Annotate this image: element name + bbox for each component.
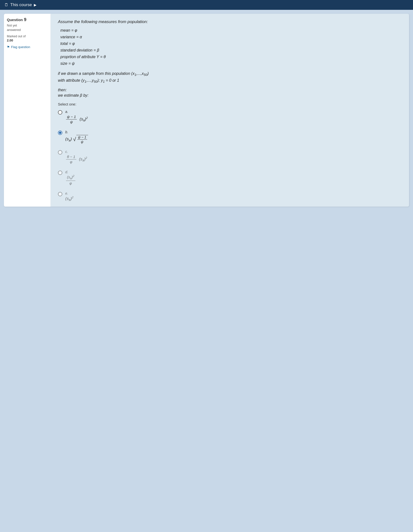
option-a-letter: a.: [65, 110, 88, 114]
marked-out-of-label: Marked out of: [7, 35, 48, 38]
option-b-letter: b.: [65, 130, 88, 134]
sample-line-1: if we drawn a sample from this populatio…: [58, 70, 402, 78]
variable-list: mean = φ variance = α total = φ standard…: [60, 27, 402, 67]
estimate-label: we estimate β by:: [58, 93, 402, 98]
option-c[interactable]: c. θ − 1 φ (sx)2: [58, 150, 402, 164]
option-e-formula: (sx)2: [65, 196, 73, 202]
question-intro: Assume the following measures from popul…: [58, 19, 402, 25]
option-c-content: c. θ − 1 φ (sx)2: [65, 150, 87, 164]
radio-d[interactable]: [58, 171, 62, 175]
var-mean: mean = φ: [60, 27, 402, 34]
page-icon: 🗒: [4, 3, 8, 7]
option-d[interactable]: d. (sx)2 φ: [58, 170, 402, 186]
var-size: size = ψ: [60, 60, 402, 67]
nav-chevron-icon: ▶: [34, 3, 37, 7]
flag-question-button[interactable]: ⚑ Flag question: [7, 45, 48, 49]
var-total: total = φ: [60, 40, 402, 47]
option-a-formula: ψ − 1 ψ (sx)2: [65, 115, 88, 124]
radio-e[interactable]: [58, 192, 62, 196]
option-e-content: e. (sx)2: [65, 191, 73, 202]
answer-options: a. ψ − 1 ψ (sx)2 b. (sx): [58, 110, 402, 202]
then-label: then:: [58, 88, 402, 92]
option-d-letter: d.: [65, 170, 76, 174]
var-variance: variance = α: [60, 34, 402, 40]
var-std-dev: standard deviation = β: [60, 47, 402, 53]
main-container: Question 9 Not yet answered Marked out o…: [0, 10, 413, 211]
marked-out-of-value: 2.00: [7, 39, 48, 42]
option-b-content: b. (sx) √ ψ − 1 ψ: [65, 130, 88, 144]
option-b[interactable]: b. (sx) √ ψ − 1 ψ: [58, 130, 402, 144]
flag-icon: ⚑: [7, 45, 10, 49]
question-status: Not yet answered: [7, 23, 48, 32]
select-one-label: Select one:: [58, 102, 402, 106]
option-e[interactable]: e. (sx)2: [58, 191, 402, 202]
option-c-letter: c.: [65, 150, 87, 154]
top-nav-bar: 🗒 This course ▶: [0, 0, 413, 10]
var-proportion: proprtion of attribute Y = θ: [60, 53, 402, 60]
sample-description: if we drawn a sample from this populatio…: [58, 70, 402, 84]
question-label: Question: [7, 18, 23, 22]
question-sidebar: Question 9 Not yet answered Marked out o…: [4, 14, 51, 207]
question-content-area: Assume the following measures from popul…: [51, 14, 409, 207]
option-d-formula: (sx)2 φ: [65, 175, 76, 186]
flag-question-label: Flag question: [11, 45, 30, 49]
option-e-letter: e.: [65, 191, 73, 195]
option-a[interactable]: a. ψ − 1 ψ (sx)2: [58, 110, 402, 124]
radio-c[interactable]: [58, 150, 62, 155]
option-a-content: a. ψ − 1 ψ (sx)2: [65, 110, 88, 124]
radio-b[interactable]: [58, 131, 62, 135]
question-number: 9: [24, 17, 26, 22]
sample-line-2: with attribute (y1,...,y50); y1 = 0 or 1: [58, 77, 402, 84]
option-c-formula: θ − 1 φ (sx)2: [65, 155, 87, 164]
option-d-content: d. (sx)2 φ: [65, 170, 76, 186]
nav-course-link[interactable]: This course: [10, 2, 32, 7]
option-b-formula: (sx) √ ψ − 1 ψ: [65, 135, 88, 144]
radio-a[interactable]: [58, 110, 62, 115]
